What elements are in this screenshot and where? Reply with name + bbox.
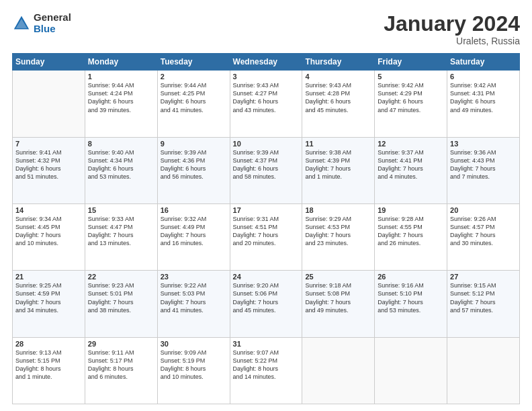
- day-number: 6: [450, 73, 517, 81]
- calendar-cell: 28Sunrise: 9:13 AM Sunset: 5:15 PM Dayli…: [13, 337, 85, 404]
- calendar-cell: 6Sunrise: 9:42 AM Sunset: 4:31 PM Daylig…: [447, 71, 520, 137]
- day-number: 28: [15, 340, 82, 348]
- day-info: Sunrise: 9:42 AM Sunset: 4:29 PM Dayligh…: [378, 81, 444, 114]
- calendar-week-5: 28Sunrise: 9:13 AM Sunset: 5:15 PM Dayli…: [13, 337, 520, 404]
- day-info: Sunrise: 9:18 AM Sunset: 5:08 PM Dayligh…: [305, 281, 371, 314]
- day-number: 2: [161, 73, 227, 81]
- day-info: Sunrise: 9:39 AM Sunset: 4:36 PM Dayligh…: [161, 148, 227, 181]
- col-sunday: Sunday: [13, 54, 85, 71]
- day-number: 3: [233, 73, 300, 81]
- day-info: Sunrise: 9:37 AM Sunset: 4:41 PM Dayligh…: [378, 148, 444, 181]
- day-info: Sunrise: 9:32 AM Sunset: 4:49 PM Dayligh…: [161, 215, 227, 248]
- day-info: Sunrise: 9:25 AM Sunset: 4:59 PM Dayligh…: [15, 281, 82, 314]
- calendar-cell: 4Sunrise: 9:43 AM Sunset: 4:28 PM Daylig…: [302, 71, 375, 137]
- calendar-cell: 25Sunrise: 9:18 AM Sunset: 5:08 PM Dayli…: [302, 271, 375, 337]
- day-info: Sunrise: 9:22 AM Sunset: 5:03 PM Dayligh…: [161, 281, 227, 314]
- col-thursday: Thursday: [302, 54, 375, 71]
- logo: General Blue: [12, 12, 71, 34]
- day-info: Sunrise: 9:44 AM Sunset: 4:24 PM Dayligh…: [88, 81, 154, 114]
- day-number: 19: [378, 206, 444, 214]
- day-number: 10: [233, 140, 300, 148]
- logo-icon: [12, 14, 31, 33]
- day-number: 13: [450, 140, 517, 148]
- day-number: 20: [450, 206, 517, 214]
- calendar-cell: 18Sunrise: 9:29 AM Sunset: 4:53 PM Dayli…: [302, 203, 375, 270]
- calendar-cell: 30Sunrise: 9:09 AM Sunset: 5:19 PM Dayli…: [157, 337, 230, 404]
- calendar-cell: 5Sunrise: 9:42 AM Sunset: 4:29 PM Daylig…: [375, 71, 447, 137]
- calendar-cell: [13, 71, 85, 137]
- calendar-cell: 26Sunrise: 9:16 AM Sunset: 5:10 PM Dayli…: [375, 271, 447, 337]
- calendar-cell: 14Sunrise: 9:34 AM Sunset: 4:45 PM Dayli…: [13, 203, 85, 270]
- day-number: 22: [88, 273, 154, 281]
- calendar-cell: 2Sunrise: 9:44 AM Sunset: 4:25 PM Daylig…: [157, 71, 230, 137]
- calendar-cell: 7Sunrise: 9:41 AM Sunset: 4:32 PM Daylig…: [13, 137, 85, 203]
- day-info: Sunrise: 9:44 AM Sunset: 4:25 PM Dayligh…: [161, 81, 227, 114]
- calendar-cell: 10Sunrise: 9:39 AM Sunset: 4:37 PM Dayli…: [230, 137, 302, 203]
- day-info: Sunrise: 9:26 AM Sunset: 4:57 PM Dayligh…: [450, 215, 517, 248]
- day-number: 25: [305, 273, 371, 281]
- day-number: 1: [88, 73, 154, 81]
- logo-blue: Blue: [34, 24, 71, 35]
- calendar-week-4: 21Sunrise: 9:25 AM Sunset: 4:59 PM Dayli…: [13, 271, 520, 337]
- calendar-cell: 12Sunrise: 9:37 AM Sunset: 4:41 PM Dayli…: [375, 137, 447, 203]
- day-info: Sunrise: 9:31 AM Sunset: 4:51 PM Dayligh…: [233, 215, 300, 248]
- col-friday: Friday: [375, 54, 447, 71]
- day-number: 17: [233, 206, 300, 214]
- calendar-table: Sunday Monday Tuesday Wednesday Thursday…: [12, 53, 520, 404]
- day-number: 18: [305, 206, 371, 214]
- day-number: 7: [15, 140, 82, 148]
- day-info: Sunrise: 9:36 AM Sunset: 4:43 PM Dayligh…: [450, 148, 517, 181]
- calendar-cell: [375, 337, 447, 404]
- header: General Blue January 2024 Uralets, Russi…: [12, 12, 520, 46]
- calendar-cell: [302, 337, 375, 404]
- day-info: Sunrise: 9:40 AM Sunset: 4:34 PM Dayligh…: [88, 148, 154, 181]
- calendar-cell: 3Sunrise: 9:43 AM Sunset: 4:27 PM Daylig…: [230, 71, 302, 137]
- col-tuesday: Tuesday: [157, 54, 230, 71]
- calendar-header-row: Sunday Monday Tuesday Wednesday Thursday…: [13, 54, 520, 71]
- calendar-cell: 17Sunrise: 9:31 AM Sunset: 4:51 PM Dayli…: [230, 203, 302, 270]
- day-info: Sunrise: 9:28 AM Sunset: 4:55 PM Dayligh…: [378, 215, 444, 248]
- day-info: Sunrise: 9:07 AM Sunset: 5:22 PM Dayligh…: [233, 349, 300, 381]
- day-info: Sunrise: 9:38 AM Sunset: 4:39 PM Dayligh…: [305, 148, 371, 181]
- calendar-cell: 23Sunrise: 9:22 AM Sunset: 5:03 PM Dayli…: [157, 271, 230, 337]
- day-number: 15: [88, 206, 154, 214]
- title-block: January 2024 Uralets, Russia: [384, 12, 520, 46]
- day-number: 14: [15, 206, 82, 214]
- calendar-cell: 22Sunrise: 9:23 AM Sunset: 5:01 PM Dayli…: [85, 271, 157, 337]
- calendar-cell: 13Sunrise: 9:36 AM Sunset: 4:43 PM Dayli…: [447, 137, 520, 203]
- day-info: Sunrise: 9:23 AM Sunset: 5:01 PM Dayligh…: [88, 281, 154, 314]
- calendar-cell: 31Sunrise: 9:07 AM Sunset: 5:22 PM Dayli…: [230, 337, 302, 404]
- day-info: Sunrise: 9:33 AM Sunset: 4:47 PM Dayligh…: [88, 215, 154, 248]
- day-info: Sunrise: 9:29 AM Sunset: 4:53 PM Dayligh…: [305, 215, 371, 248]
- calendar-cell: 9Sunrise: 9:39 AM Sunset: 4:36 PM Daylig…: [157, 137, 230, 203]
- location: Uralets, Russia: [384, 36, 520, 46]
- calendar-week-3: 14Sunrise: 9:34 AM Sunset: 4:45 PM Dayli…: [13, 203, 520, 270]
- day-number: 5: [378, 73, 444, 81]
- calendar-week-2: 7Sunrise: 9:41 AM Sunset: 4:32 PM Daylig…: [13, 137, 520, 203]
- page: General Blue January 2024 Uralets, Russi…: [0, 0, 532, 411]
- day-number: 23: [161, 273, 227, 281]
- calendar-cell: 11Sunrise: 9:38 AM Sunset: 4:39 PM Dayli…: [302, 137, 375, 203]
- day-number: 30: [161, 340, 227, 348]
- col-monday: Monday: [85, 54, 157, 71]
- calendar-cell: 8Sunrise: 9:40 AM Sunset: 4:34 PM Daylig…: [85, 137, 157, 203]
- logo-text: General Blue: [34, 12, 71, 34]
- calendar-cell: 1Sunrise: 9:44 AM Sunset: 4:24 PM Daylig…: [85, 71, 157, 137]
- day-number: 24: [233, 273, 300, 281]
- day-info: Sunrise: 9:15 AM Sunset: 5:12 PM Dayligh…: [450, 281, 517, 314]
- day-info: Sunrise: 9:09 AM Sunset: 5:19 PM Dayligh…: [161, 349, 227, 381]
- day-info: Sunrise: 9:39 AM Sunset: 4:37 PM Dayligh…: [233, 148, 300, 181]
- day-number: 9: [161, 140, 227, 148]
- logo-general: General: [34, 12, 71, 24]
- day-number: 27: [450, 273, 517, 281]
- day-info: Sunrise: 9:42 AM Sunset: 4:31 PM Dayligh…: [450, 81, 517, 114]
- day-number: 12: [378, 140, 444, 148]
- month-title: January 2024: [384, 12, 520, 36]
- calendar-cell: 27Sunrise: 9:15 AM Sunset: 5:12 PM Dayli…: [447, 271, 520, 337]
- day-number: 4: [305, 73, 371, 81]
- col-saturday: Saturday: [447, 54, 520, 71]
- day-number: 11: [305, 140, 371, 148]
- calendar-cell: 21Sunrise: 9:25 AM Sunset: 4:59 PM Dayli…: [13, 271, 85, 337]
- calendar-cell: 15Sunrise: 9:33 AM Sunset: 4:47 PM Dayli…: [85, 203, 157, 270]
- day-number: 16: [161, 206, 227, 214]
